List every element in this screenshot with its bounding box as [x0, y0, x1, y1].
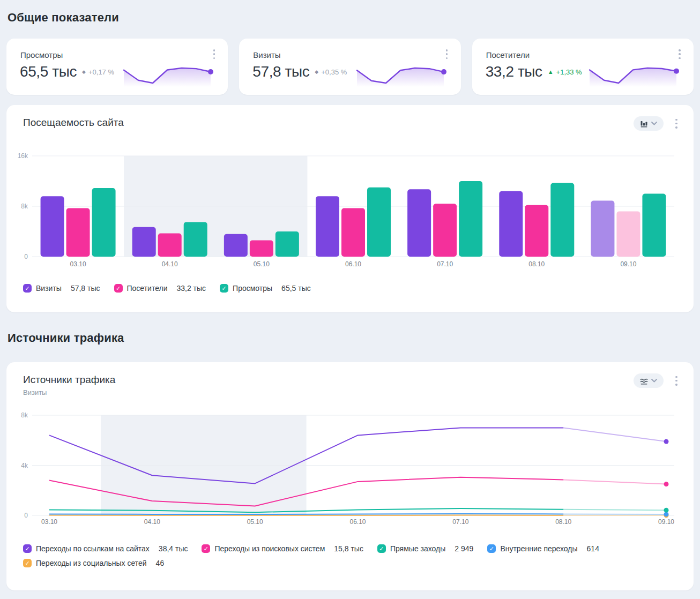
legend-item[interactable]: ✓Переходы из социальных сетей46 [23, 559, 164, 567]
kpi-delta: ▲ +1,33 % [548, 68, 582, 76]
kpi-value: 57,8 тыс [252, 63, 309, 80]
legend-value: 15,8 тыс [334, 544, 363, 553]
kpi-delta: ◆ +0,35 % [315, 68, 347, 76]
legend-checkbox-icon[interactable]: ✓ [114, 284, 123, 293]
chart-subtitle: Визиты [23, 388, 115, 396]
svg-text:05.10: 05.10 [247, 518, 263, 526]
legend-label: Переходы по ссылкам на сайтах [36, 544, 150, 553]
sparkline-chart [355, 63, 450, 88]
chart-title: Источники трафика [23, 374, 115, 386]
legend-label: Внутренние переходы [500, 544, 577, 553]
kpi-card-visitors: Посетители 33,2 тыс ▲ +1,33 % [472, 39, 694, 95]
kpi-delta: ◆ +0,17 % [82, 68, 114, 76]
delta-marker-icon: ▲ [548, 69, 554, 75]
multi-line-chart[interactable]: 8k4k003.1004.1005.1006.1007.1008.1009.10 [16, 409, 686, 529]
kpi-title: Посетители [486, 50, 530, 59]
chart-type-selector[interactable] [634, 116, 664, 131]
svg-text:08.10: 08.10 [528, 260, 545, 268]
chevron-down-icon [651, 122, 657, 125]
legend-value: 614 [587, 544, 599, 553]
legend-checkbox-icon[interactable]: ✓ [202, 544, 210, 553]
kpi-value: 65,5 тыс [20, 63, 77, 80]
svg-text:09.10: 09.10 [620, 260, 636, 268]
kebab-menu-icon[interactable] [211, 49, 217, 59]
legend-item[interactable]: ✓Визиты57,8 тыс [23, 284, 100, 293]
legend-value: 57,8 тыс [71, 284, 100, 293]
legend-label: Просмотры [233, 284, 272, 293]
legend-label: Переходы из социальных сетей [36, 559, 147, 567]
bar-chart-icon [640, 120, 649, 128]
svg-text:05.10: 05.10 [254, 260, 270, 268]
legend-checkbox-icon[interactable]: ✓ [23, 559, 32, 567]
svg-text:4k: 4k [21, 462, 28, 469]
svg-text:0: 0 [24, 512, 28, 519]
svg-text:06.10: 06.10 [345, 260, 361, 268]
legend-item[interactable]: ✓Внутренние переходы614 [487, 544, 599, 553]
line-chart-icon [640, 377, 649, 385]
kebab-menu-icon[interactable] [444, 49, 450, 59]
legend-value: 33,2 тыс [176, 284, 206, 293]
legend-checkbox-icon[interactable]: ✓ [377, 544, 386, 553]
metrica-dashboard: Общие показатели Просмотры 65,5 тыс ◆ +0… [0, 0, 700, 599]
svg-text:07.10: 07.10 [452, 518, 468, 526]
kpi-value: 33,2 тыс [486, 63, 542, 80]
legend-item[interactable]: ✓Посетители33,2 тыс [114, 284, 206, 293]
delta-marker-icon: ◆ [315, 70, 318, 74]
svg-text:03.10: 03.10 [70, 260, 86, 268]
kpi-card-visits: Визиты 57,8 тыс ◆ +0,35 % [239, 39, 460, 95]
legend-checkbox-icon[interactable]: ✓ [23, 544, 32, 553]
kpi-card-views: Просмотры 65,5 тыс ◆ +0,17 % [6, 39, 228, 95]
legend-item[interactable]: ✓Прямые заходы2 949 [377, 544, 473, 553]
kpi-cards-row: Просмотры 65,5 тыс ◆ +0,17 % Визиты 57,8… [6, 39, 694, 95]
svg-text:07.10: 07.10 [437, 260, 453, 268]
delta-marker-icon: ◆ [82, 70, 86, 74]
section-title-general: Общие показатели [8, 11, 119, 25]
legend-label: Посетители [127, 284, 168, 293]
sparkline-chart [587, 63, 683, 88]
legend-checkbox-icon[interactable]: ✓ [23, 284, 32, 293]
legend-item[interactable]: ✓Переходы из поисковых систем15,8 тыс [202, 544, 363, 553]
svg-text:08.10: 08.10 [555, 518, 571, 526]
svg-text:04.10: 04.10 [144, 518, 160, 526]
svg-text:03.10: 03.10 [41, 518, 57, 526]
svg-text:0: 0 [24, 253, 28, 260]
svg-text:09.10: 09.10 [658, 518, 674, 526]
legend-value: 38,4 тыс [159, 544, 188, 553]
legend-value: 46 [156, 559, 165, 567]
kebab-menu-icon[interactable] [673, 376, 680, 386]
legend-value: 2 949 [455, 544, 473, 553]
legend-label: Переходы из поисковых систем [214, 544, 325, 553]
svg-text:16k: 16k [18, 152, 28, 160]
chart-type-selector[interactable] [634, 373, 664, 388]
traffic-sources-chart-card: Источники трафика Визиты 8k4k003.1004.10… [6, 362, 694, 590]
svg-text:06.10: 06.10 [349, 518, 366, 526]
section-title-sources: Источники трафика [8, 331, 124, 345]
legend-label: Визиты [36, 284, 62, 293]
svg-text:8k: 8k [21, 411, 28, 419]
legend-label: Прямые заходы [390, 544, 445, 553]
grouped-bar-chart[interactable]: 16k8k003.1004.1005.1006.1007.1008.1009.1… [16, 144, 686, 268]
bar-chart-legend: ✓Визиты57,8 тыс✓Посетители33,2 тыс✓Просм… [23, 284, 677, 293]
chart-title: Посещаемость сайта [23, 117, 124, 129]
legend-item[interactable]: ✓Просмотры65,5 тыс [220, 284, 311, 293]
kpi-title: Просмотры [20, 50, 63, 59]
chevron-down-icon [651, 379, 657, 383]
legend-checkbox-icon[interactable]: ✓ [220, 284, 228, 293]
svg-text:04.10: 04.10 [162, 260, 178, 268]
site-traffic-chart-card: Посещаемость сайта 16k8k003.1004.1005.10… [6, 105, 694, 312]
svg-text:8k: 8k [21, 203, 28, 210]
legend-item[interactable]: ✓Переходы по ссылкам на сайтах38,4 тыс [23, 544, 188, 553]
kebab-menu-icon[interactable] [673, 119, 680, 129]
legend-checkbox-icon[interactable]: ✓ [487, 544, 496, 553]
legend-value: 65,5 тыс [281, 284, 311, 293]
sparkline-chart [122, 63, 217, 88]
kebab-menu-icon[interactable] [676, 49, 683, 59]
kpi-title: Визиты [253, 50, 280, 59]
line-chart-legend: ✓Переходы по ссылкам на сайтах38,4 тыс✓П… [23, 544, 682, 567]
